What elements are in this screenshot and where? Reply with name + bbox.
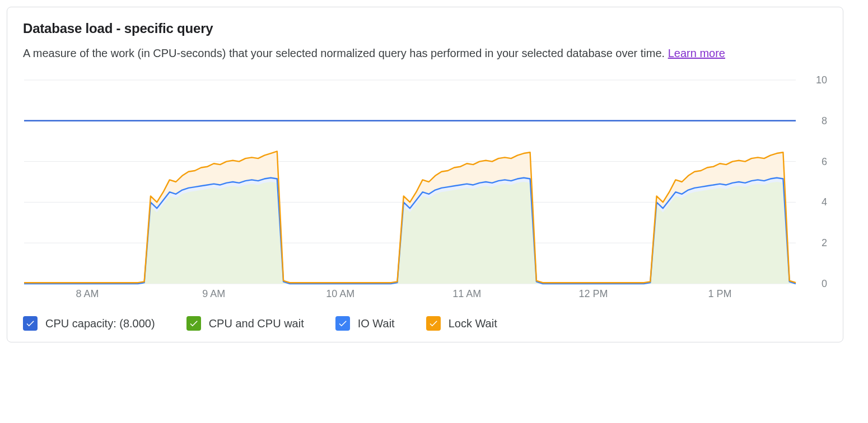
checkbox-icon <box>186 316 201 331</box>
legend: CPU capacity: (8.000) CPU and CPU wait I… <box>23 316 827 331</box>
checkbox-icon <box>335 316 350 331</box>
x-axis-labels: 8 AM9 AM10 AM11 AM12 PM1 PM <box>23 288 827 304</box>
legend-label: CPU and CPU wait <box>209 317 304 330</box>
checkbox-icon <box>426 316 441 331</box>
legend-label: CPU capacity: (8.000) <box>45 317 155 330</box>
chart-area: 0246810 8 AM9 AM10 AM11 AM12 PM1 PM <box>23 78 827 302</box>
chart-card: Database load - specific query A measure… <box>7 7 843 342</box>
legend-item-cpu-capacity[interactable]: CPU capacity: (8.000) <box>23 316 155 331</box>
legend-label: Lock Wait <box>449 317 497 330</box>
chart-subtitle: A measure of the work (in CPU-seconds) t… <box>23 44 827 62</box>
subtitle-text: A measure of the work (in CPU-seconds) t… <box>23 47 668 59</box>
chart-svg <box>23 78 828 286</box>
chart-title: Database load - specific query <box>23 21 827 36</box>
legend-label: IO Wait <box>358 317 395 330</box>
legend-item-cpu-wait[interactable]: CPU and CPU wait <box>186 316 304 331</box>
learn-more-link[interactable]: Learn more <box>668 47 725 59</box>
checkbox-icon <box>23 316 38 331</box>
legend-item-lock-wait[interactable]: Lock Wait <box>426 316 497 331</box>
y-axis-labels: 0246810 <box>801 78 827 286</box>
legend-item-io-wait[interactable]: IO Wait <box>335 316 395 331</box>
